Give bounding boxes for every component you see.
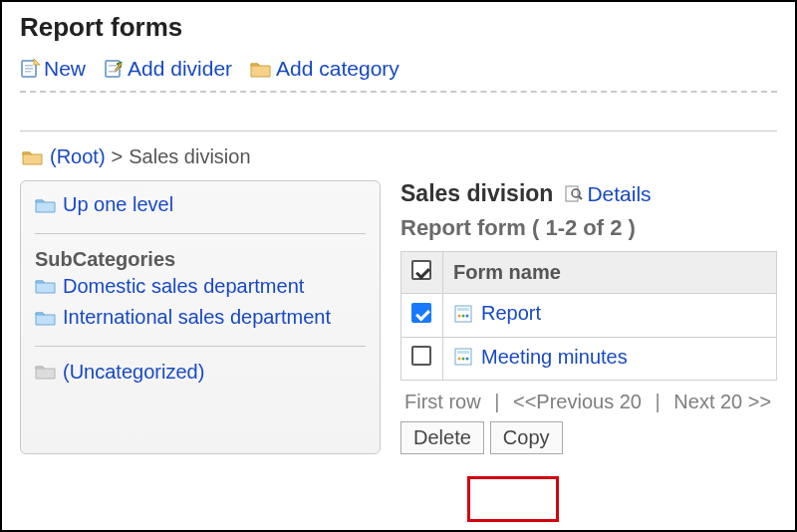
delete-button[interactable]: Delete (400, 421, 484, 454)
details-link[interactable]: Details (563, 182, 651, 206)
svg-point-15 (462, 314, 465, 317)
folder-icon (35, 277, 57, 295)
svg-point-20 (462, 358, 465, 361)
svg-rect-18 (457, 351, 469, 354)
add-divider-label: Add divider (128, 57, 232, 81)
svg-rect-13 (457, 308, 469, 311)
col-form-name: Form name (443, 252, 777, 294)
pager: First row | <<Previous 20 | Next 20 >> (400, 391, 777, 413)
folder-icon (22, 148, 44, 166)
svg-rect-2 (25, 68, 33, 70)
form-name: Meeting minutes (481, 346, 628, 369)
section-divider (20, 131, 777, 132)
table-row: Meeting minutes (401, 337, 777, 381)
svg-point-21 (466, 358, 469, 361)
breadcrumb-root[interactable]: (Root) (50, 145, 106, 168)
svg-rect-1 (25, 65, 33, 67)
uncategorized-link[interactable]: (Uncategorized) (35, 361, 204, 384)
breadcrumb: (Root) > Sales division (22, 145, 777, 168)
svg-line-11 (579, 196, 582, 199)
add-divider-icon (104, 59, 124, 79)
sidebar: Up one level SubCategories Domestic sale… (20, 180, 381, 454)
list-header: Report form ( 1-2 of 2 ) (400, 215, 777, 241)
folder-add-icon (250, 59, 272, 79)
svg-point-14 (458, 314, 461, 317)
new-file-icon (20, 59, 40, 79)
main-panel: Sales division Details Report form ( 1-2… (400, 180, 777, 454)
up-one-level-label: Up one level (63, 193, 173, 216)
form-name: Report (481, 302, 541, 325)
subcategory-label: International sales department (63, 306, 331, 329)
uncategorized-label: (Uncategorized) (63, 361, 204, 384)
folder-grey-icon (35, 363, 57, 381)
folder-open-icon (35, 196, 57, 214)
add-category-button[interactable]: Add category (250, 57, 399, 81)
folder-icon (35, 309, 57, 327)
category-name: Sales division (400, 180, 553, 207)
table-row: Report (401, 294, 777, 338)
subcategories-heading: SubCategories (35, 248, 366, 271)
row-checkbox[interactable] (411, 346, 431, 366)
pager-sep: | (494, 391, 499, 412)
pager-next[interactable]: Next 20 >> (673, 391, 771, 412)
svg-point-16 (466, 314, 469, 317)
subcategory-label: Domestic sales department (63, 275, 304, 298)
add-divider-button[interactable]: Add divider (104, 57, 232, 81)
breadcrumb-current: Sales division (129, 145, 250, 168)
report-form-icon (453, 347, 473, 367)
svg-point-19 (458, 358, 461, 361)
subcategory-link[interactable]: International sales department (35, 306, 331, 329)
forms-table: Form name (400, 251, 777, 381)
form-link[interactable]: Report (453, 302, 541, 325)
select-all-checkbox[interactable] (411, 260, 431, 280)
svg-marker-4 (34, 59, 40, 65)
svg-rect-6 (109, 65, 117, 67)
new-label: New (44, 57, 86, 81)
pager-first[interactable]: First row (404, 391, 481, 412)
up-one-level-link[interactable]: Up one level (35, 193, 173, 216)
pager-prev[interactable]: <<Previous 20 (513, 391, 642, 412)
toolbar: New Add divider Add category (20, 57, 777, 93)
report-form-icon (453, 304, 473, 324)
row-checkbox[interactable] (411, 303, 431, 323)
pager-sep: | (656, 391, 661, 412)
new-button[interactable]: New (20, 57, 86, 81)
details-label: Details (587, 182, 651, 206)
breadcrumb-separator: > (112, 145, 124, 168)
subcategory-link[interactable]: Domestic sales department (35, 275, 304, 298)
svg-rect-3 (25, 71, 31, 73)
copy-button[interactable]: Copy (490, 421, 563, 454)
add-category-label: Add category (276, 57, 399, 81)
annotation-highlight (467, 476, 559, 522)
page-title: Report forms (20, 12, 777, 43)
magnifier-doc-icon (563, 184, 583, 204)
form-link[interactable]: Meeting minutes (453, 346, 628, 369)
